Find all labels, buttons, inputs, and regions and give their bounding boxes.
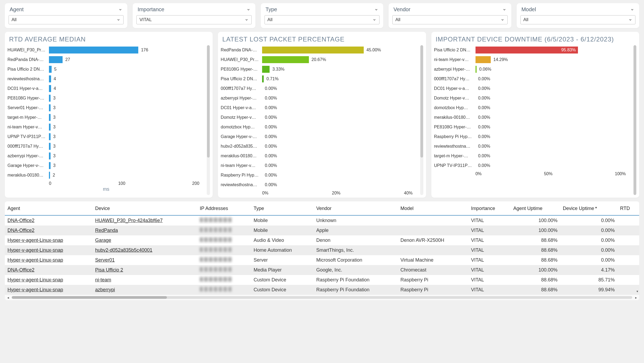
bar-row[interactable]: Domotz Hyper-v…0.00% xyxy=(221,113,418,122)
bar-row[interactable]: Pisa Ufficio 2 DN…5 xyxy=(7,64,205,74)
bar-row[interactable]: PE8108G Hyper-…3.33% xyxy=(221,64,418,74)
bar-row[interactable]: RedPanda DNA-…45.00% xyxy=(221,45,418,55)
bar-row[interactable]: 000fff1707a7 Hy…0.00% xyxy=(221,84,418,93)
col-device[interactable]: Device xyxy=(93,201,197,215)
bar-row[interactable]: Pisa Ufficio 2 DN…0.71% xyxy=(221,74,418,84)
bar-row[interactable]: target-m Hyper-…0.00% xyxy=(434,151,631,161)
bar-row[interactable]: ni-team Hyper-v…3 xyxy=(7,122,205,132)
filter-header[interactable]: Model xyxy=(520,6,635,15)
filter-select[interactable]: All xyxy=(9,15,124,24)
device-link[interactable]: ni-team xyxy=(95,277,111,282)
table-row[interactable]: Hyper-v-agent-Linux-snapni-teamCustom De… xyxy=(5,275,639,285)
device-link[interactable]: Pisa Ufficio 2 xyxy=(95,267,123,273)
bar-row[interactable]: ni-team Hyper-v…0.00% xyxy=(221,161,418,170)
col-ip-addresses[interactable]: IP Addresses xyxy=(197,201,251,215)
chart-vscrollbar[interactable] xyxy=(420,45,423,195)
filter-select[interactable]: All xyxy=(392,15,507,24)
vscroll-down-icon[interactable]: ▾ xyxy=(637,289,638,293)
device-link[interactable]: HUAWEI_P30_Pro-424a3bf6e7 xyxy=(95,218,163,223)
bar-row[interactable]: merakilus-00180…2 xyxy=(7,170,205,180)
table-row[interactable]: DNA-Office2Pisa Ufficio 2Media PlayerGoo… xyxy=(5,265,639,275)
agent-link[interactable]: Hyper-v-agent-Linux-snap xyxy=(7,277,63,282)
bar-row[interactable]: UPNP TV-IP311P…3 xyxy=(7,132,205,142)
table-hscrollbar[interactable]: ◂ ▸ xyxy=(5,295,639,300)
bar-row[interactable]: target-m Hyper-…3 xyxy=(7,113,205,122)
bar-row[interactable]: RedPanda DNA-…27 xyxy=(7,55,205,64)
bar-row[interactable]: Pisa Ufficio 2 DN…95.83% xyxy=(434,45,631,55)
bar-value: 0.00% xyxy=(265,86,277,91)
bar-row[interactable]: PE8108G Hyper-…0.00% xyxy=(434,122,631,132)
bar-row[interactable]: DC01 Hyper-v-a…4 xyxy=(7,84,205,93)
table-row[interactable]: Hyper-v-agent-Linux-snapazberrypiCustom … xyxy=(5,285,639,295)
bar-row[interactable]: merakilus-00180…0.00% xyxy=(221,151,418,161)
col-device-uptime[interactable]: Device Uptime▲ xyxy=(560,201,618,215)
col-agent-uptime[interactable]: Agent Uptime xyxy=(511,201,560,215)
agent-link[interactable]: DNA-Office2 xyxy=(7,267,34,273)
table-row[interactable]: Hyper-v-agent-Linux-snapServer01ServerMi… xyxy=(5,255,639,265)
bar-row[interactable]: HUAWEI_P30_Pr…176 xyxy=(7,45,205,55)
col-type[interactable]: Type xyxy=(251,201,313,215)
agent-link[interactable]: Hyper-v-agent-Linux-snap xyxy=(7,257,63,263)
bar-row[interactable]: azberrypi Hyper-…3 xyxy=(7,151,205,161)
hscroll-thumb[interactable] xyxy=(12,296,167,299)
filter-select[interactable]: All xyxy=(520,15,635,24)
device-link[interactable]: Server01 xyxy=(95,257,115,263)
bar-row[interactable]: reviewtesthostna…0.00% xyxy=(434,142,631,151)
bar-row[interactable]: merakilus-00180…0.00% xyxy=(434,113,631,122)
bar-row[interactable]: Raspberry Pi Hyp…0.00% xyxy=(221,170,418,180)
bar-row[interactable]: azberrypi Hyper-…0.00% xyxy=(221,93,418,103)
chart-vscroll-thumb[interactable] xyxy=(634,45,636,195)
bar-row[interactable]: HUAWEI_P30_Pr…20.67% xyxy=(221,55,418,64)
filter-header[interactable]: Type xyxy=(264,6,379,15)
chart-title: RTD AVERAGE MEDIAN xyxy=(7,36,210,43)
hscroll-track[interactable] xyxy=(12,296,632,299)
bar-row[interactable]: Garage Hyper-v-…0.00% xyxy=(221,132,418,142)
bar-row[interactable]: Raspberry Pi Hyp…0.00% xyxy=(434,132,631,142)
filter-header[interactable]: Vendor xyxy=(392,6,507,15)
device-link[interactable]: Garage xyxy=(95,238,111,243)
table-row[interactable]: Hyper-v-agent-Linux-snaphubv2-d052a835b5… xyxy=(5,245,639,255)
bar-row[interactable]: DC01 Hyper-v-a…0.00% xyxy=(434,84,631,93)
col-rtd[interactable]: RTD xyxy=(618,201,639,215)
table-row[interactable]: Hyper-v-agent-Linux-snapGarageAudio & Vi… xyxy=(5,235,639,245)
col-model[interactable]: Model xyxy=(398,201,468,215)
filter-header[interactable]: Agent xyxy=(9,6,124,15)
chart-vscroll-thumb[interactable] xyxy=(420,45,423,158)
chart-vscroll-thumb[interactable] xyxy=(207,45,210,158)
bar-row[interactable]: domotzbox Hyp…0.00% xyxy=(221,122,418,132)
agent-link[interactable]: Hyper-v-agent-Linux-snap xyxy=(7,238,63,243)
agent-link[interactable]: DNA-Office2 xyxy=(7,228,34,233)
chart-vscrollbar[interactable] xyxy=(633,45,637,195)
bar-row[interactable]: azberrypi Hyper-…0.06% xyxy=(434,64,631,74)
bar-row[interactable]: hubv2-d052a835…0.00% xyxy=(221,142,418,151)
bar-row[interactable]: 000fff1707a7 Hy…0.00% xyxy=(434,74,631,84)
bar-row[interactable]: PE8108G Hyper-…3 xyxy=(7,93,205,103)
bar-row[interactable]: reviewtesthostna…0.00% xyxy=(221,180,418,190)
device-link[interactable]: azberrypi xyxy=(95,287,115,292)
table-row[interactable]: DNA-Office2HUAWEI_P30_Pro-424a3bf6e7Mobi… xyxy=(5,215,639,226)
agent-link[interactable]: Hyper-v-agent-Linux-snap xyxy=(7,247,63,253)
agent-link[interactable]: DNA-Office2 xyxy=(7,218,34,223)
col-importance[interactable]: Importance xyxy=(468,201,511,215)
device-link[interactable]: RedPanda xyxy=(95,228,118,233)
bar-row[interactable]: Garage Hyper-v-…3 xyxy=(7,161,205,170)
bar-row[interactable]: domotzbox Hyp…0.00% xyxy=(434,103,631,113)
bar-row[interactable]: ni-team Hyper-v…14.29% xyxy=(434,55,631,64)
device-link[interactable]: hubv2-d052a835b5c40001 xyxy=(95,247,152,253)
bar-row[interactable]: Domotz Hyper-v…0.00% xyxy=(434,93,631,103)
filter-select[interactable]: All xyxy=(264,15,379,24)
bar-row[interactable]: reviewtesthostna…4 xyxy=(7,74,205,84)
agent-link[interactable]: Hyper-v-agent-Linux-snap xyxy=(7,287,63,292)
bar-row[interactable]: 000fff1707a7 Hy…3 xyxy=(7,142,205,151)
col-agent[interactable]: Agent xyxy=(5,201,93,215)
bar-row[interactable]: UPNP TV-IP311P…0.00% xyxy=(434,161,631,170)
filter-header[interactable]: Importance xyxy=(136,6,251,15)
filter-select[interactable]: VITAL xyxy=(136,15,251,24)
table-row[interactable]: DNA-Office2RedPandaMobileAppleVITAL100.0… xyxy=(5,226,639,235)
chart-vscrollbar[interactable] xyxy=(207,45,210,195)
col-vendor[interactable]: Vendor xyxy=(313,201,398,215)
bar-row[interactable]: DC01 Hyper-v-a…0.00% xyxy=(221,103,418,113)
bar-row[interactable]: Server01 Hyper-…3 xyxy=(7,103,205,113)
hscroll-right-icon[interactable]: ▸ xyxy=(634,295,638,300)
hscroll-left-icon[interactable]: ◂ xyxy=(6,295,10,300)
